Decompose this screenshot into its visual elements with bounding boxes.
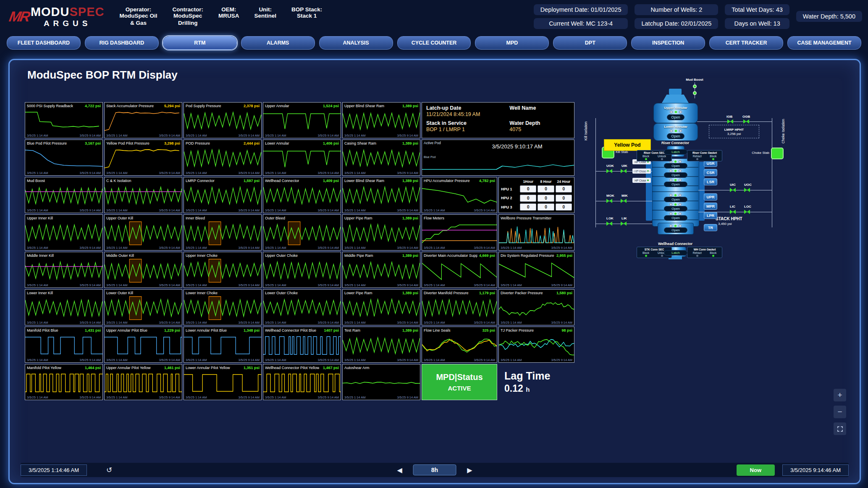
tab-cert-tracker[interactable]: CERT TRACKER <box>709 36 783 50</box>
trend-chart-diverter-packer-pressure[interactable]: Diverter Packer Pressure1,580 psi3/5/25 … <box>498 289 574 325</box>
trend-chart-middle-outer-kill[interactable]: Middle Outer Kill3/5/25 1:14 AM3/5/25 9:… <box>104 252 182 288</box>
trend-chart-upper-annular-pilot-yellow[interactable]: Upper Annular Pilot Yellow1,461 psi3/5/2… <box>104 364 182 400</box>
trend-chart-lower-blind-shear-ram[interactable]: Lower Blind Shear Ram1,389 psi3/5/25 1:1… <box>342 177 420 213</box>
chart-title: Lower Outer Choke <box>265 291 298 295</box>
lok-valve-icon[interactable] <box>606 222 612 226</box>
hpu-cell-value: 0 <box>520 203 536 211</box>
trend-chart-middle-pipe-ram[interactable]: Middle Pipe Ram1,389 psi3/5/25 1:14 AM3/… <box>342 252 420 288</box>
chart-value: 3,167 psi <box>85 141 101 145</box>
chart-value: 1,431 psi <box>85 328 101 332</box>
chart-waveform <box>184 221 261 246</box>
trend-chart-lower-outer-choke[interactable]: Lower Outer Choke3/5/25 1:14 AM3/5/25 9:… <box>263 289 341 325</box>
lower-annular-body[interactable]: Lower Annular Open <box>653 123 698 141</box>
tab-cycle-counter[interactable]: CYCLE COUNTER <box>397 36 471 50</box>
trend-chart-middle-inner-kill[interactable]: Middle Inner Kill3/5/25 1:14 AM3/5/25 9:… <box>25 252 103 288</box>
uoc-valve-icon[interactable] <box>744 188 750 192</box>
trend-chart-c-k-isolation[interactable]: C & K Isolation3/5/25 1:14 AM3/5/25 9:14… <box>104 177 182 213</box>
trend-chart-outer-bleed[interactable]: Outer Bleed3/5/25 1:14 AM3/5/25 9:14 AM <box>263 214 341 251</box>
trend-chart-diverter-main-accumulator-supply[interactable]: Diverter Main Accumulator Supply4,669 ps… <box>422 252 497 288</box>
trend-chart-lower-annular-pilot-blue[interactable]: Lower Annular Pilot Blue1,348 psi3/5/25 … <box>184 327 262 363</box>
trend-chart-lower-inner-choke[interactable]: Lower Inner Choke3/5/25 1:14 AM3/5/25 9:… <box>184 289 262 325</box>
trend-chart-wellhead-connector-pilot-blue[interactable]: Wellhead Connector Pilot Blue1407 psi3/5… <box>263 327 341 363</box>
uok-valve-icon[interactable] <box>606 169 612 173</box>
zoom-in-button[interactable]: + <box>834 389 846 401</box>
trend-chart-upper-inner-kill[interactable]: Upper Inner Kill3/5/25 1:14 AM3/5/25 9:1… <box>25 214 103 251</box>
mud-boost-valve-icon[interactable] <box>693 84 697 88</box>
lpr-ram-tag[interactable]: LPR <box>704 212 717 219</box>
time-forward-button[interactable]: ▶ <box>467 466 472 474</box>
trend-chart-upper-outer-choke[interactable]: Upper Outer Choke3/5/25 1:14 AM3/5/25 9:… <box>263 252 341 288</box>
trend-chart-blue-pod-pilot-pressure[interactable]: Blue Pod Pilot Pressure3,167 psi3/5/25 1… <box>25 140 103 176</box>
time-window-display[interactable]: 8h <box>413 464 456 475</box>
trend-chart-lower-outer-kill[interactable]: Lower Outer Kill3/5/25 1:14 AM3/5/25 9:1… <box>104 289 182 325</box>
trend-chart-upper-annular[interactable]: Upper Annular1,524 psi3/5/25 1:14 AM3/5/… <box>263 102 341 138</box>
lic-valve-icon[interactable] <box>730 210 736 214</box>
tab-case-management[interactable]: CASE MANAGEMENT <box>787 36 861 50</box>
trend-chart-diverter-manifold-pressure[interactable]: Diverter Manifold Pressure1,179 psi3/5/2… <box>422 289 497 325</box>
lik-valve-icon[interactable] <box>621 222 627 226</box>
trend-chart-upper-outer-kill[interactable]: Upper Outer Kill3/5/25 1:14 AM3/5/25 9:1… <box>104 214 182 251</box>
trend-chart-wellhead-connector-pilot-yellow[interactable]: Wellhead Connector Pilot Yellow1,467 psi… <box>263 364 341 400</box>
upper-annular-body[interactable]: Upper Annular Open <box>653 103 698 123</box>
trend-chart-5000-psi-supply-readback[interactable]: 5000 PSI Supply Readback4,722 psi3/5/25 … <box>25 102 103 138</box>
loc-valve-icon[interactable] <box>744 210 750 214</box>
igb-valve-icon[interactable] <box>727 119 733 124</box>
zoom-out-button[interactable]: − <box>834 406 846 418</box>
csr-ram-tag[interactable]: CSR <box>704 169 717 176</box>
upr-ram-tag[interactable]: UPR <box>704 193 717 200</box>
tab-inspection[interactable]: INSPECTION <box>631 36 705 50</box>
refresh-icon[interactable]: ↺ <box>106 466 112 475</box>
trend-chart-tj-packer-pressure[interactable]: TJ Packer Pressure98 psi3/5/25 1:14 AM3/… <box>498 327 574 363</box>
fullscreen-button[interactable] <box>834 422 846 435</box>
trend-chart-mud-boost[interactable]: Mud Boost3/5/25 1:14 AM3/5/25 9:14 AM <box>25 177 103 213</box>
trend-chart-test-ram[interactable]: Test Ram1,389 psi3/5/25 1:14 AM3/5/25 9:… <box>342 327 420 363</box>
trend-chart-wellhead-connector[interactable]: Wellhead Connector1,409 psi3/5/25 1:14 A… <box>263 177 341 213</box>
tr-ram-tag[interactable]: TR <box>704 224 717 231</box>
start-time-display[interactable]: 3/5/2025 1:14:46 AM <box>21 464 87 476</box>
lsr-ram-tag[interactable]: LSR <box>704 178 717 185</box>
trend-chart-upper-pipe-ram[interactable]: Upper Pipe Ram1,389 psi3/5/25 1:14 AM3/5… <box>342 214 420 251</box>
trend-chart-div-system-regulated-pressure[interactable]: Div System Regulated Pressure2,955 psi3/… <box>498 252 574 288</box>
uic-valve-icon[interactable] <box>730 188 736 192</box>
mpr-ram-tag[interactable]: MPR <box>704 203 717 210</box>
trend-chart-pod-supply-pressure[interactable]: Pod Supply Pressure2,378 psi3/5/25 1:14 … <box>184 102 262 138</box>
trend-chart-flow-meters[interactable]: Flow Meters3/5/25 1:14 AM3/5/25 9:14 AM <box>422 214 497 251</box>
trend-chart-pod-pressure[interactable]: POD Pressure2,444 psi3/5/25 1:14 AM3/5/2… <box>184 140 262 176</box>
mik-valve-icon[interactable] <box>621 199 627 203</box>
now-button[interactable]: Now <box>737 464 775 476</box>
tab-dpt[interactable]: DPT <box>553 36 627 50</box>
chart-waveform <box>343 333 420 358</box>
trend-chart-lower-inner-kill[interactable]: Lower Inner Kill3/5/25 1:14 AM3/5/25 9:1… <box>25 289 103 325</box>
trend-chart-lower-pipe-ram[interactable]: Lower Pipe Ram1,389 psi3/5/25 1:14 AM3/5… <box>342 289 420 325</box>
trend-chart-stack-accumulator-pressure[interactable]: Stack Accumulator Pressure5,294 psi3/5/2… <box>104 102 182 138</box>
trend-chart-upper-inner-choke[interactable]: Upper Inner Choke3/5/25 1:14 AM3/5/25 9:… <box>184 252 262 288</box>
ogb-valve-icon[interactable] <box>743 119 749 124</box>
trend-chart-inner-bleed[interactable]: Inner Bleed3/5/25 1:14 AM3/5/25 9:14 AM <box>184 214 262 251</box>
end-time-display[interactable]: 3/5/2025 9:14:46 AM <box>782 464 849 476</box>
trend-chart-upper-blind-shear-ram[interactable]: Upper Blind Shear Ram1,389 psi3/5/25 1:1… <box>342 102 420 138</box>
tab-analysis[interactable]: ANALYSIS <box>319 36 393 50</box>
tab-mpd[interactable]: MPD <box>475 36 549 50</box>
trend-chart-casing-shear-ram[interactable]: Casing Shear Ram1,389 psi3/5/25 1:14 AM3… <box>342 140 420 176</box>
trend-chart-lower-annular-pilot-yellow[interactable]: Lower Annular Pilot Yellow1,351 psi3/5/2… <box>184 364 262 400</box>
trend-chart-lower-annular[interactable]: Lower Annular1,406 psi3/5/25 1:14 AM3/5/… <box>263 140 341 176</box>
trend-chart-yellow-pod-pilot-pressure[interactable]: Yellow Pod Pilot Pressure3,298 psi3/5/25… <box>104 140 182 176</box>
trend-chart-manifold-pilot-yellow[interactable]: Manifold Pilot Yellow1,464 psi3/5/25 1:1… <box>25 364 103 400</box>
mpd-status-panel: MPD|StatusACTIVE <box>422 364 497 400</box>
trend-chart-autoshear-arm[interactable]: Autoshear Arm3/5/25 1:14 AM3/5/25 9:14 A… <box>342 364 420 400</box>
uik-valve-icon[interactable] <box>621 169 627 173</box>
mud-boost-valve-icon[interactable] <box>693 91 697 95</box>
trend-chart-upper-annular-pilot-blue[interactable]: Upper Annular Pilot Blue1,229 psi3/5/25 … <box>104 327 182 363</box>
trend-chart-hpu-accumulator-pressure[interactable]: HPU Accumulator Pressure4,782 psi3/5/25 … <box>422 177 497 213</box>
tab-fleet-dashboard[interactable]: FLEET DASHBOARD <box>7 36 81 50</box>
tab-alarms[interactable]: ALARMS <box>241 36 315 50</box>
trend-chart-wellbore-pressure-transmitter[interactable]: Wellbore Pressure Transmitter3/5/25 1:14… <box>498 214 574 251</box>
choke-stab[interactable] <box>771 148 784 159</box>
mok-valve-icon[interactable] <box>606 199 612 203</box>
trend-chart-manifold-pilot-blue[interactable]: Manifold Pilot Blue1,431 psi3/5/25 1:14 … <box>25 327 103 363</box>
tab-rtm[interactable]: RTM <box>163 36 237 50</box>
trend-chart-lmrp-connector[interactable]: LMRP Connector1,597 psi3/5/25 1:14 AM3/5… <box>184 177 262 213</box>
tab-rig-dashboard[interactable]: RIG DASHBOARD <box>85 36 159 50</box>
trend-chart-flow-line-seals[interactable]: Flow Line Seals325 psi3/5/25 1:14 AM3/5/… <box>422 327 497 363</box>
time-back-button[interactable]: ◀ <box>397 466 402 474</box>
